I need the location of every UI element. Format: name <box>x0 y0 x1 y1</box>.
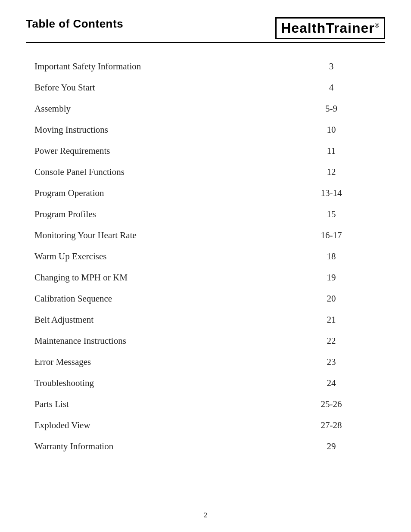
toc-item-title: Important Safety Information <box>26 56 277 77</box>
toc-row: Program Profiles15 <box>26 204 385 225</box>
toc-item-page: 19 <box>277 267 385 288</box>
toc-item-title: Troubleshooting <box>26 373 277 394</box>
toc-row: Warranty Information29 <box>26 436 385 457</box>
toc-item-title: Before You Start <box>26 77 277 98</box>
toc-item-page: 22 <box>277 330 385 352</box>
toc-row: Program Operation13-14 <box>26 183 385 204</box>
toc-item-page: 4 <box>277 77 385 98</box>
toc-item-title: Monitoring Your Heart Rate <box>26 225 277 246</box>
toc-item-title: Parts List <box>26 394 277 415</box>
toc-row: Console Panel Functions12 <box>26 162 385 183</box>
toc-item-title: Power Requirements <box>26 140 277 162</box>
page-header: Table of Contents HealthTrainer® <box>26 17 385 39</box>
toc-item-page: 10 <box>277 119 385 140</box>
toc-item-page: 20 <box>277 288 385 309</box>
toc-item-page: 16-17 <box>277 225 385 246</box>
toc-row: Exploded View27-28 <box>26 415 385 436</box>
header-divider <box>26 42 385 43</box>
toc-item-page: 15 <box>277 204 385 225</box>
toc-row: Assembly5-9 <box>26 98 385 119</box>
brand-logo: HealthTrainer® <box>275 17 385 39</box>
toc-item-page: 24 <box>277 373 385 394</box>
toc-item-page: 25-26 <box>277 394 385 415</box>
toc-item-page: 11 <box>277 140 385 162</box>
toc-item-page: 3 <box>277 56 385 77</box>
toc-row: Troubleshooting24 <box>26 373 385 394</box>
toc-item-title: Maintenance Instructions <box>26 330 277 352</box>
logo-text: HealthTrainer® <box>275 17 385 39</box>
toc-item-title: Warm Up Exercises <box>26 246 277 267</box>
toc-row: Error Messages23 <box>26 352 385 373</box>
toc-item-title: Assembly <box>26 98 277 119</box>
toc-table: Important Safety Information3Before You … <box>26 56 385 457</box>
toc-row: Calibration Sequence20 <box>26 288 385 309</box>
toc-row: Important Safety Information3 <box>26 56 385 77</box>
page-number: 2 <box>0 511 411 519</box>
toc-item-page: 21 <box>277 309 385 330</box>
toc-item-title: Changing to MPH or KM <box>26 267 277 288</box>
logo-wordmark: HealthTrainer <box>281 20 375 36</box>
toc-item-title: Moving Instructions <box>26 119 277 140</box>
toc-row: Before You Start4 <box>26 77 385 98</box>
toc-item-title: Calibration Sequence <box>26 288 277 309</box>
toc-item-title: Exploded View <box>26 415 277 436</box>
toc-row: Monitoring Your Heart Rate16-17 <box>26 225 385 246</box>
toc-item-page: 13-14 <box>277 183 385 204</box>
toc-row: Maintenance Instructions22 <box>26 330 385 352</box>
toc-item-page: 27-28 <box>277 415 385 436</box>
toc-item-page: 29 <box>277 436 385 457</box>
toc-item-title: Program Profiles <box>26 204 277 225</box>
toc-item-page: 18 <box>277 246 385 267</box>
toc-item-title: Warranty Information <box>26 436 277 457</box>
toc-row: Power Requirements11 <box>26 140 385 162</box>
toc-item-page: 23 <box>277 352 385 373</box>
page: Table of Contents HealthTrainer® Importa… <box>0 0 411 532</box>
toc-row: Changing to MPH or KM19 <box>26 267 385 288</box>
logo-registered: ® <box>375 22 380 29</box>
toc-item-page: 12 <box>277 162 385 183</box>
toc-row: Warm Up Exercises18 <box>26 246 385 267</box>
toc-row: Belt Adjustment21 <box>26 309 385 330</box>
toc-item-title: Program Operation <box>26 183 277 204</box>
toc-row: Parts List25-26 <box>26 394 385 415</box>
page-title: Table of Contents <box>26 17 123 31</box>
toc-item-title: Console Panel Functions <box>26 162 277 183</box>
toc-item-page: 5-9 <box>277 98 385 119</box>
toc-row: Moving Instructions10 <box>26 119 385 140</box>
toc-item-title: Error Messages <box>26 352 277 373</box>
toc-item-title: Belt Adjustment <box>26 309 277 330</box>
